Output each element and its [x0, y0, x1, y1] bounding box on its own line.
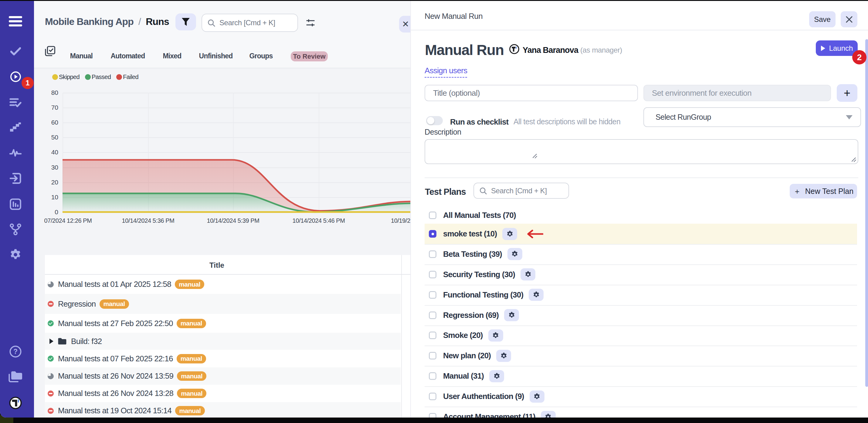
- svg-text:?: ?: [13, 348, 18, 356]
